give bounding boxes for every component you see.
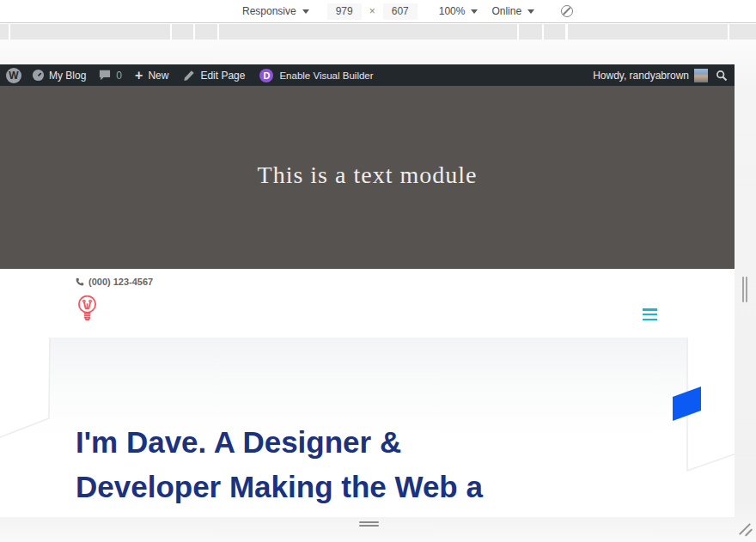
tab-segment — [544, 24, 565, 40]
admin-bar-account[interactable]: Howdy, randyabrown — [593, 69, 708, 82]
chevron-down-icon — [471, 9, 478, 14]
visual-builder-label: Enable Visual Builder — [279, 70, 373, 81]
wordpress-logo-icon[interactable]: W — [6, 68, 21, 83]
dimension-separator: × — [369, 5, 375, 17]
lightbulb-logo-icon — [77, 295, 97, 322]
phone-icon — [76, 277, 84, 286]
viewport-resize-handle-right[interactable] — [746, 277, 748, 302]
hero-content-section: I'm Dave. A Designer & Developer Making … — [0, 338, 735, 517]
site-logo[interactable] — [77, 295, 97, 326]
new-label: New — [148, 70, 168, 82]
viewport-width-input[interactable] — [327, 3, 362, 20]
hamburger-menu-icon[interactable] — [643, 308, 657, 320]
tab-segment — [568, 24, 728, 40]
viewport-height-input[interactable] — [383, 3, 418, 20]
header-phone[interactable]: (000) 123-4567 — [76, 277, 153, 287]
tab-segment — [519, 24, 542, 40]
edit-page-label: Edit Page — [200, 70, 245, 82]
text-module-text: This is a text module — [258, 161, 478, 189]
admin-bar-comments[interactable]: 0 — [99, 70, 122, 82]
dashboard-gauge-icon — [32, 69, 45, 82]
zoom-dropdown[interactable]: 100% — [439, 5, 479, 17]
site-header: (000) 123-4567 — [0, 269, 735, 338]
chevron-down-icon — [302, 9, 309, 14]
viewport-resize-handle-bottom[interactable] — [359, 525, 379, 527]
comment-count: 0 — [116, 70, 122, 82]
tab-segment — [172, 24, 193, 40]
comment-bubble-icon — [99, 70, 111, 81]
rotate-disabled-icon[interactable] — [561, 5, 573, 17]
page-heading: I'm Dave. A Designer & Developer Making … — [76, 420, 483, 509]
site-name-label: My Blog — [49, 70, 86, 82]
admin-bar-search[interactable] — [716, 70, 728, 82]
tab-segment — [10, 24, 170, 40]
wp-admin-bar: W My Blog 0 + New Edit Page D Enable Vis… — [0, 64, 735, 86]
howdy-label: Howdy, randyabrown — [593, 70, 689, 82]
pencil-icon — [183, 70, 195, 82]
text-module-section: This is a text module — [0, 86, 735, 269]
chevron-down-icon — [527, 9, 534, 14]
zoom-label: 100% — [439, 5, 466, 17]
search-icon — [716, 70, 728, 82]
throttle-label: Online — [491, 5, 521, 17]
phone-number: (000) 123-4567 — [88, 277, 153, 287]
device-type-label: Responsive — [242, 5, 296, 17]
plus-icon: + — [135, 68, 143, 83]
browser-tab-strip — [0, 24, 756, 40]
responsive-viewport: W My Blog 0 + New Edit Page D Enable Vis… — [0, 64, 735, 517]
divi-icon: D — [259, 69, 273, 82]
admin-bar-site-name[interactable]: My Blog — [32, 69, 86, 82]
device-type-dropdown[interactable]: Responsive — [242, 5, 309, 17]
admin-bar-edit-page[interactable]: Edit Page — [183, 70, 245, 82]
tab-segment — [219, 24, 517, 40]
devtools-device-toolbar: Responsive × 100% Online — [0, 0, 756, 23]
avatar — [694, 69, 708, 82]
tab-segment — [0, 24, 9, 40]
heading-line-2: Developer Making the Web a — [76, 465, 483, 509]
admin-bar-new[interactable]: + New — [135, 68, 168, 83]
tab-segment — [729, 24, 756, 40]
throttle-dropdown[interactable]: Online — [491, 5, 534, 17]
viewport-resize-handle-bottom[interactable] — [359, 521, 379, 524]
tab-segment — [195, 24, 217, 40]
heading-line-1: I'm Dave. A Designer & — [76, 420, 483, 465]
admin-bar-visual-builder[interactable]: D Enable Visual Builder — [259, 69, 373, 82]
viewport-resize-handle-right[interactable] — [742, 277, 745, 302]
